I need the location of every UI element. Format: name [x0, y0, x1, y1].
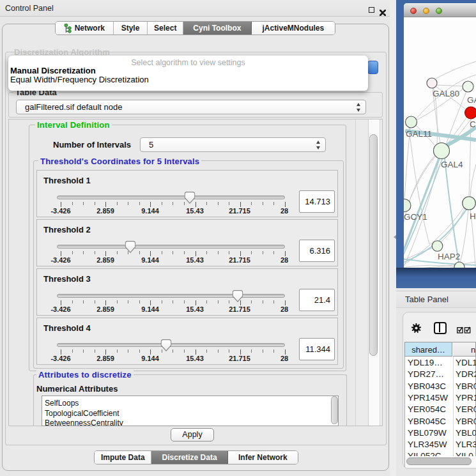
- svg-text:HAP2: HAP2: [438, 252, 460, 261]
- svg-text:GAL4: GAL4: [441, 160, 463, 169]
- svg-text:C: C: [470, 119, 476, 129]
- svg-text:GA: GA: [467, 95, 476, 105]
- svg-text:GAL80: GAL80: [433, 89, 459, 98]
- svg-text:GAL11: GAL11: [406, 129, 432, 139]
- svg-text:GCY1: GCY1: [404, 212, 427, 222]
- svg-text:H: H: [470, 211, 476, 221]
